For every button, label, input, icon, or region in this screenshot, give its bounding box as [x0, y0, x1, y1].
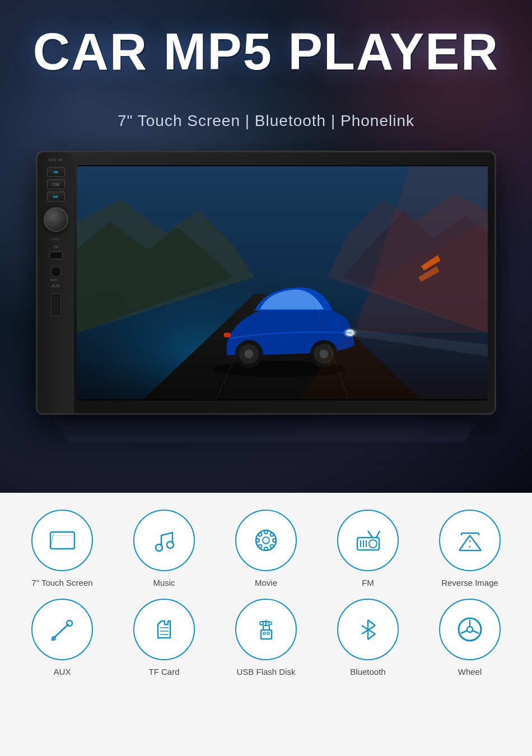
- left-panel: MIC IR ⏮ C/M ⏭ +VOL- TF RES: [38, 152, 74, 413]
- svg-line-82: [473, 631, 479, 633]
- svg-line-48: [459, 535, 470, 550]
- next-button[interactable]: ⏭: [47, 192, 65, 202]
- tf-card-circle: [133, 599, 195, 660]
- usb-flash-label: USB Flash Disk: [236, 667, 295, 676]
- device-container: MIC IR ⏮ C/M ⏭ +VOL- TF RES: [36, 151, 496, 414]
- svg-point-39: [270, 533, 273, 536]
- cm-button[interactable]: C/M: [47, 179, 65, 189]
- svg-line-46: [368, 531, 372, 538]
- svg-point-40: [258, 544, 262, 548]
- aux-slot: [51, 293, 61, 316]
- vol-label: +VOL-: [51, 237, 61, 241]
- feature-reverse-image: Reverse Image: [422, 510, 518, 587]
- player-screen: [77, 165, 488, 400]
- feature-aux: AUX: [14, 599, 110, 676]
- cm-icon: C/M: [52, 183, 59, 186]
- svg-point-34: [264, 547, 268, 550]
- res-label: RES: [50, 278, 62, 282]
- reverse-image-label: Reverse Image: [441, 578, 498, 587]
- svg-point-45: [369, 540, 377, 548]
- wheel-circle: [439, 599, 501, 660]
- hero-section: CAR MP5 PLAYER 7" Touch Screen | Bluetoo…: [0, 0, 532, 493]
- svg-rect-26: [50, 532, 74, 549]
- music-label: Music: [153, 578, 175, 587]
- feature-usb-flash: USB Flash Disk: [218, 599, 314, 676]
- svg-point-16: [245, 349, 254, 358]
- volume-knob[interactable]: [44, 207, 68, 232]
- device-reflection: [50, 414, 482, 441]
- svg-line-76: [368, 634, 375, 640]
- svg-point-29: [156, 544, 162, 551]
- feature-wheel: Wheel: [422, 599, 518, 676]
- svg-point-37: [258, 533, 262, 536]
- subtitle: 7" Touch Screen | Bluetooth | Phonelink: [0, 112, 532, 130]
- svg-point-33: [264, 530, 268, 534]
- svg-line-81: [461, 631, 467, 633]
- svg-point-30: [167, 542, 174, 548]
- svg-point-38: [270, 544, 273, 548]
- aux-label: AUX: [52, 284, 59, 288]
- aux-circle: [31, 599, 93, 660]
- prev-icon: ⏮: [53, 169, 58, 175]
- features-grid: 7" Touch Screen Music: [14, 510, 518, 676]
- svg-point-57: [67, 620, 72, 626]
- mic-ir-label: MIC IR: [49, 158, 63, 162]
- svg-point-32: [263, 537, 269, 544]
- tf-card-label: TF Card: [148, 667, 179, 676]
- feature-tf-card: TF Card: [116, 599, 212, 676]
- fm-label: FM: [362, 578, 374, 587]
- touch-screen-label: 7" Touch Screen: [31, 578, 92, 587]
- svg-rect-65: [261, 630, 272, 639]
- wheel-label: Wheel: [458, 667, 482, 676]
- bluetooth-circle: [337, 599, 399, 660]
- page-title: CAR MP5 PLAYER: [0, 22, 532, 81]
- svg-point-79: [467, 627, 473, 632]
- touch-screen-circle: [31, 510, 93, 571]
- svg-rect-72: [267, 632, 269, 634]
- bluetooth-label: Bluetooth: [350, 667, 385, 676]
- svg-rect-70: [269, 622, 272, 624]
- svg-point-69: [260, 622, 263, 625]
- aux-label: AUX: [54, 667, 71, 676]
- svg-line-59: [64, 628, 65, 629]
- svg-line-47: [376, 531, 380, 538]
- aux-jack: [50, 266, 62, 277]
- car-player-device: MIC IR ⏮ C/M ⏭ +VOL- TF RES: [36, 151, 496, 414]
- fm-circle: [337, 510, 399, 571]
- svg-point-35: [256, 539, 259, 542]
- usb-flash-circle: [235, 599, 297, 660]
- svg-line-49: [470, 535, 481, 550]
- feature-bluetooth: Bluetooth: [320, 599, 416, 676]
- feature-movie: Movie: [218, 510, 314, 587]
- res-area: RES: [50, 266, 62, 282]
- svg-point-19: [319, 349, 328, 358]
- tf-label: TF: [53, 245, 58, 249]
- prev-button[interactable]: ⏮: [47, 167, 65, 177]
- svg-line-58: [66, 626, 67, 627]
- music-circle: [133, 510, 195, 571]
- feature-fm: FM: [320, 510, 416, 587]
- svg-line-74: [368, 620, 375, 626]
- svg-rect-20: [224, 333, 231, 337]
- feature-music: Music: [116, 510, 212, 587]
- next-icon: ⏭: [53, 194, 58, 199]
- reverse-image-circle: [439, 510, 501, 571]
- feature-touch-screen: 7" Touch Screen: [14, 510, 110, 587]
- svg-rect-71: [263, 632, 265, 634]
- usb-slot: [49, 251, 63, 259]
- svg-point-36: [273, 539, 276, 542]
- movie-label: Movie: [255, 578, 277, 587]
- features-section: 7" Touch Screen Music: [0, 493, 532, 756]
- movie-circle: [235, 510, 297, 571]
